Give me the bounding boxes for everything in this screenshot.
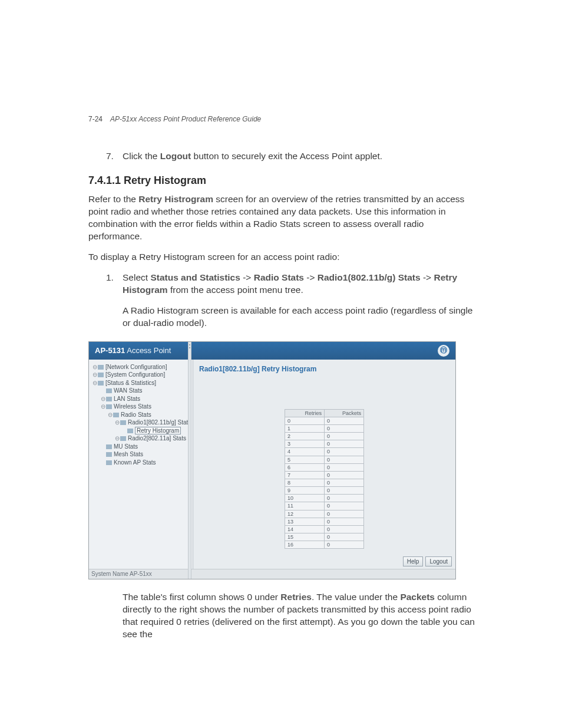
cell-retries: 1 [285,424,325,432]
tree-item[interactable]: ⊖Wireless Stats [91,403,190,411]
logout-button[interactable]: Logout [425,556,452,567]
tree-item[interactable]: ⊖[Status & Statistics] [91,379,190,387]
step-note: A Radio Histogram screen is available fo… [123,305,480,330]
brand-logo-icon: ⓜ [438,345,449,357]
tree-label: Mesh Stats [114,451,143,457]
embedded-screenshot: AP-5131 Access Point ⓜ ⊖[Network Configu… [88,341,456,579]
expand-icon[interactable]: ⊖ [92,371,97,379]
step-1: 1. Select Status and Statistics -> Radio… [106,272,480,297]
expand-icon[interactable]: ⊖ [92,379,97,387]
guide-title: AP-51xx Access Point Product Reference G… [110,115,261,123]
tree-label: Radio1[802.11b/g] Stats [128,419,190,426]
cell-retries: 10 [285,495,325,502]
page-number: 7-24 [88,115,103,123]
col-header-retries: Retries [285,409,325,417]
cell-retries: 15 [285,533,325,541]
running-header: 7-24 AP-51xx Access Point Product Refere… [88,115,261,123]
tree-label: Retry Histogram [135,427,181,434]
table-row: 20 [285,433,364,440]
cell-retries: 16 [285,541,325,549]
table-row: 40 [285,448,364,456]
table-row: 30 [285,440,364,448]
step-number: 1. [106,272,123,297]
status-bar: System Name AP-51xx [89,569,455,579]
expand-icon[interactable]: ⊖ [108,411,113,419]
cell-retries: 5 [285,456,325,463]
table-row: 150 [285,533,364,541]
step-text: Select Status and Statistics -> Radio St… [123,272,480,297]
cell-packets: 0 [325,518,364,525]
tree-label: Known AP Stats [114,459,156,466]
tree-label: MU Stats [114,443,138,450]
tree-item[interactable]: Known AP Stats [91,459,190,467]
cell-packets: 0 [325,525,364,533]
table-row: 110 [285,502,364,510]
col-header-packets: Packets [325,409,364,417]
cell-packets: 0 [325,433,364,440]
bold-term: Packets [400,592,435,602]
step-text: Click the Logout button to securely exit… [123,150,480,163]
bold-term: Radio Stats [254,272,304,282]
tree-label: Radio Stats [121,411,151,418]
expand-icon[interactable]: ⊖ [115,419,120,427]
node-icon [106,444,112,449]
cell-packets: 0 [325,533,364,541]
cell-retries: 2 [285,433,325,440]
help-button[interactable]: Help [403,556,424,567]
tree-item[interactable]: ⊖[System Configuration] [91,371,190,379]
cell-retries: 9 [285,487,325,495]
node-icon [120,436,126,441]
cell-packets: 0 [325,479,364,486]
cell-packets: 0 [325,463,364,471]
cell-packets: 0 [325,448,364,456]
tree-item[interactable]: ⊖[Network Configuration] [91,363,190,371]
cell-packets: 0 [325,495,364,502]
node-icon [98,381,104,386]
step-7: 7. Click the Logout button to securely e… [106,150,480,163]
cell-retries: 4 [285,448,325,456]
tree-item[interactable]: ⊖Radio Stats [91,411,190,419]
cell-packets: 0 [325,502,364,510]
splitter-handle[interactable] [188,342,191,579]
tree-item[interactable]: Retry Histogram [91,427,190,435]
cell-retries: 14 [285,525,325,533]
cell-retries: 3 [285,440,325,448]
node-icon [106,404,112,409]
node-icon [106,397,112,401]
closing-paragraph: The table's first column shows 0 under R… [123,591,480,641]
tree-item[interactable]: Mesh Stats [91,450,190,459]
tree-item[interactable]: ⊖Radio2[802.11a] Stats [91,434,190,443]
table-row: 90 [285,487,364,495]
cell-retries: 8 [285,479,325,486]
node-icon [106,452,112,457]
table-row: 80 [285,479,364,486]
expand-icon[interactable]: ⊖ [101,395,105,403]
node-icon [127,429,133,433]
tree-item[interactable]: ⊖LAN Stats [91,395,190,403]
tree-item[interactable]: MU Stats [91,443,190,451]
lead-paragraph: To display a Retry Histogram screen for … [88,251,480,263]
step-number: 7. [106,150,123,163]
cell-retries: 12 [285,510,325,518]
bold-term: Radio1(802.11b/g) Stats [318,272,421,282]
main-panel: Radio1[802.11b/g] Retry Histogram Retrie… [193,360,455,569]
tree-item[interactable]: ⊖Radio1[802.11b/g] Stats [91,419,190,427]
expand-icon[interactable]: ⊖ [92,363,97,371]
tree-item[interactable]: WAN Stats [91,387,190,395]
cell-packets: 0 [325,456,364,463]
tree-label: [Status & Statistics] [105,380,156,386]
bold-term: Retry Histrogram [138,194,213,204]
table-row: 00 [285,417,364,424]
bold-term: Retries [280,592,312,602]
tree-label: [Network Configuration] [105,364,167,370]
node-icon [98,365,104,370]
nav-tree[interactable]: ⊖[Network Configuration]⊖[System Configu… [89,360,193,569]
table-row: 140 [285,525,364,533]
cell-retries: 6 [285,463,325,471]
expand-icon[interactable]: ⊖ [101,403,105,411]
table-row: 160 [285,541,364,549]
node-icon [98,373,104,377]
app-titlebar: AP-5131 Access Point ⓜ [89,342,455,360]
expand-icon[interactable]: ⊖ [115,434,120,443]
cell-retries: 13 [285,518,325,525]
